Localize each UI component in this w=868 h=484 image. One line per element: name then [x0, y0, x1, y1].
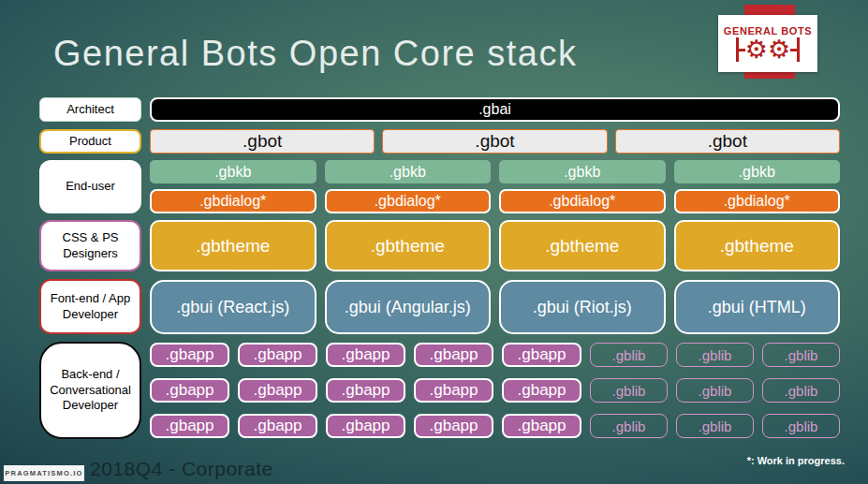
label-text: Conversational	[50, 383, 131, 399]
gbot-box: .gbot	[615, 129, 840, 154]
gbkb-box: .gbkb	[499, 160, 666, 183]
gbtheme-box: .gbtheme	[499, 220, 666, 271]
label-text: CSS & PS	[63, 230, 119, 246]
gbapp-box: .gbapp	[502, 378, 581, 403]
gbapp-box: .gbapp	[238, 343, 317, 367]
row-backend-1: .gbapp .gbapp .gbapp .gbapp .gbapp .gbli…	[150, 343, 840, 367]
gbot-box: .gbot	[382, 129, 607, 154]
gbkb-box: .gbkb	[150, 160, 316, 183]
label-product: Product	[39, 129, 141, 154]
gbkb-box: .gbkb	[674, 160, 841, 183]
row-gbdialog: .gbdialog* .gbdialog* .gbdialog* .gbdial…	[150, 189, 840, 213]
label-text: End-user	[66, 179, 115, 195]
gbapp-box: .gbapp	[238, 378, 317, 403]
gbapp-box: .gbapp	[326, 343, 405, 367]
label-text: Developer	[63, 307, 118, 323]
row-backend-3: .gbapp .gbapp .gbapp .gbapp .gbapp .gbli…	[150, 414, 840, 438]
gblib-box: .gblib	[762, 414, 840, 438]
work-in-progress-note: *: Work in progress.	[747, 455, 845, 466]
row-gbkb: .gbkb .gbkb .gbkb .gbkb	[150, 160, 840, 183]
gblib-box: .gblib	[676, 343, 754, 367]
label-frontend-app-developer: Font-end / App Developer	[39, 279, 141, 334]
row-gbtheme: .gbtheme .gbtheme .gbtheme .gbtheme	[150, 220, 840, 271]
gbui-react-box: .gbui (React.js)	[150, 280, 316, 334]
gear-icon: ⚙	[768, 37, 790, 62]
gbot-box: .gbot	[150, 129, 375, 154]
gbtheme-box: .gbtheme	[674, 220, 841, 271]
gbdialog-box: .gbdialog*	[325, 189, 492, 213]
gblib-box: .gblib	[590, 378, 668, 403]
gbapp-box: .gbapp	[414, 343, 493, 367]
gbapp-box: .gbapp	[414, 378, 493, 403]
gbapp-box: .gbapp	[502, 343, 581, 367]
gblib-box: .gblib	[676, 414, 754, 438]
row-backend-2: .gbapp .gbapp .gbapp .gbapp .gbapp .gbli…	[150, 378, 840, 403]
label-backend-conversational-developer: Back-end / Conversational Developer	[39, 342, 141, 439]
gblib-box: .gblib	[762, 343, 840, 367]
gblib-box: .gblib	[676, 378, 754, 403]
gbkb-box: .gbkb	[325, 160, 492, 183]
gbui-angular-box: .gbui (Angular.js)	[325, 280, 492, 334]
gbtheme-box: .gbtheme	[325, 220, 492, 271]
gbapp-box: .gbapp	[238, 414, 317, 438]
gblib-box: .gblib	[590, 343, 668, 367]
logo-connector-left	[739, 49, 745, 51]
label-text: Designers	[63, 246, 118, 262]
pragmatismo-watermark: PRAGMATISMO.IO	[4, 465, 84, 481]
gbai-box: .gbai	[150, 97, 840, 122]
label-text: Architect	[66, 102, 114, 118]
slide: General Bots Open Core stack GENERAL BOT…	[0, 0, 868, 484]
gbapp-box: .gbapp	[150, 343, 229, 367]
gbdialog-box: .gbdialog*	[150, 189, 316, 213]
label-text: Developer	[63, 398, 118, 414]
general-bots-logo: GENERAL BOTS ⚙ ⚙	[718, 15, 817, 72]
row-gbui: .gbui (React.js) .gbui (Angular.js) .gbu…	[150, 280, 840, 334]
label-end-user: End-user	[39, 160, 141, 213]
label-text: Back-end /	[61, 367, 119, 383]
row-gbot: .gbot .gbot .gbot	[150, 129, 840, 154]
gbtheme-box: .gbtheme	[150, 220, 316, 271]
gbui-riot-box: .gbui (Riot.js)	[499, 280, 666, 334]
gbapp-box: .gbapp	[326, 414, 405, 438]
label-architect: Architect	[39, 97, 141, 122]
row-gbai: .gbai	[150, 97, 840, 122]
page-title: General Bots Open Core stack	[53, 34, 577, 74]
gblib-box: .gblib	[762, 378, 840, 403]
gbdialog-box: .gbdialog*	[674, 189, 841, 213]
gbapp-box: .gbapp	[414, 414, 493, 438]
gbapp-box: .gbapp	[326, 378, 405, 403]
gbui-html-box: .gbui (HTML)	[674, 280, 841, 334]
gears-icon: ⚙ ⚙	[736, 37, 800, 62]
gbapp-box: .gbapp	[150, 414, 229, 438]
label-text: Font-end / App	[51, 291, 130, 307]
footer-caption: 2018Q4 - Corporate	[90, 458, 273, 480]
logo-bar-right	[797, 37, 800, 62]
gblib-box: .gblib	[590, 414, 668, 438]
gbapp-box: .gbapp	[502, 414, 581, 438]
gbapp-box: .gbapp	[150, 378, 229, 403]
label-css-ps-designers: CSS & PS Designers	[39, 220, 141, 271]
label-text: Product	[69, 134, 111, 150]
logo-connector-right	[790, 49, 797, 51]
gear-icon: ⚙	[745, 37, 768, 62]
gbdialog-box: .gbdialog*	[499, 189, 666, 213]
